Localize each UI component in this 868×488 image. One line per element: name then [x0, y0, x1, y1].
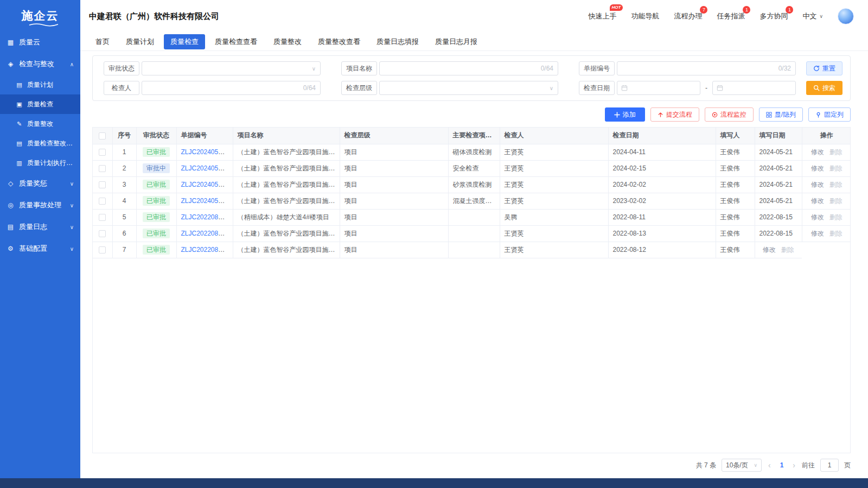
delete-link[interactable]: 删除: [829, 213, 843, 221]
delete-link[interactable]: 删除: [829, 197, 843, 205]
edit-link[interactable]: 修改: [811, 230, 824, 237]
fixed-columns-button[interactable]: 固定列: [808, 107, 851, 122]
sidebar-group-config[interactable]: ⚙ 基础配置 ∨: [0, 238, 80, 259]
nav-collaboration[interactable]: 多方协同 1: [760, 11, 788, 21]
edit-link[interactable]: 修改: [811, 148, 824, 156]
tab-quality-check[interactable]: 质量检查: [164, 34, 205, 49]
date-separator: -: [705, 84, 707, 92]
doc-link[interactable]: ZLJC2022080173: [181, 230, 233, 237]
doc-no-input[interactable]: 0/32: [617, 61, 796, 75]
status-badge: 已审批: [143, 180, 170, 189]
sidebar-item-quality-rectify[interactable]: ✎ 质量整改: [0, 114, 80, 134]
row-filler: 王俊伟: [716, 242, 755, 258]
prev-page-button[interactable]: ‹: [767, 461, 772, 470]
row-seq: 2: [112, 160, 136, 176]
doc-link[interactable]: ZLJC2024050446: [181, 148, 233, 156]
project-name-input[interactable]: 0/64: [379, 61, 558, 75]
current-page[interactable]: 1: [777, 461, 787, 469]
approval-status-select[interactable]: ∨: [142, 61, 321, 75]
row-ops: 修改删除: [802, 225, 851, 242]
tab-quality-plan[interactable]: 质量计划: [119, 34, 161, 49]
tab-quality-rectify[interactable]: 质量整改: [267, 34, 308, 49]
doc-link[interactable]: ZLJC2024050445: [181, 164, 233, 172]
language-selector[interactable]: 中文 ∨: [802, 11, 823, 21]
process-monitor-label: 流程监控: [720, 110, 746, 119]
nav-label: 快速上手: [588, 12, 616, 20]
delete-link[interactable]: 删除: [829, 148, 843, 156]
row-checkbox[interactable]: [99, 165, 106, 172]
nav-process-handling[interactable]: 流程办理 7: [674, 11, 702, 21]
edit-link[interactable]: 修改: [811, 164, 824, 172]
edit-link[interactable]: 修改: [811, 197, 824, 205]
sidebar-item-rectify-tracking[interactable]: ▤ 质量检查整改跟踪: [0, 134, 80, 153]
sidebar-group-label: 质量事故处理: [19, 200, 61, 210]
sidebar-item-quality-cloud[interactable]: ▦ 质量云: [0, 31, 80, 53]
date-start-input[interactable]: [617, 81, 700, 95]
page-size-select[interactable]: 10条/页 ∨: [722, 459, 762, 472]
sidebar-item-quality-check[interactable]: ▣ 质量检查: [0, 94, 80, 114]
row-seq: 5: [112, 209, 136, 225]
header-seq: 序号: [112, 128, 136, 144]
nav-quick-start[interactable]: 快速上手 HOT: [588, 11, 616, 21]
row-item: 安全检查: [448, 160, 500, 176]
tab-log-fill[interactable]: 质量日志填报: [370, 34, 425, 49]
edit-link[interactable]: 修改: [811, 213, 824, 221]
doc-link[interactable]: ZLJC2024050443: [181, 197, 233, 205]
checker-input[interactable]: 0/64: [142, 81, 321, 95]
next-page-button[interactable]: ›: [792, 461, 796, 470]
sidebar-group-inspection[interactable]: ◈ 检查与整改 ∧: [0, 53, 80, 75]
submit-process-button[interactable]: 提交流程: [650, 107, 699, 122]
doc-link[interactable]: ZLJC2024050444: [181, 181, 233, 188]
tab-quality-check-view[interactable]: 质量检查查看: [208, 34, 264, 49]
delete-link[interactable]: 删除: [829, 164, 843, 172]
nav-task-assign[interactable]: 任务指派 1: [717, 11, 745, 21]
delete-link[interactable]: 删除: [829, 230, 843, 237]
row-checkbox[interactable]: [99, 214, 106, 221]
check-level-select[interactable]: ∨: [379, 81, 558, 95]
table-toolbar: 添加 提交流程 流程监控 显/隐列 固定列: [92, 107, 851, 122]
avatar[interactable]: [838, 8, 854, 24]
row-checkbox-cell: [93, 176, 112, 193]
delete-link[interactable]: 删除: [781, 246, 794, 253]
reset-button[interactable]: 重置: [806, 61, 843, 75]
table-row: 5 已审批 ZLJC2022080174 （精细成本）雄楚大道4#楼项目 项目 …: [93, 209, 851, 225]
sidebar-group-accidents[interactable]: ◎ 质量事故处理 ∨: [0, 194, 80, 216]
bottom-bar: [0, 478, 868, 488]
process-monitor-button[interactable]: 流程监控: [705, 107, 754, 122]
edit-icon: ✎: [15, 121, 23, 128]
row-checkbox[interactable]: [99, 181, 106, 188]
delete-link[interactable]: 删除: [829, 181, 843, 188]
goto-page-input[interactable]: [820, 459, 839, 472]
row-checkbox-cell: [93, 225, 112, 242]
tab-quality-rectify-view[interactable]: 质量整改查看: [311, 34, 367, 49]
search-label: 搜索: [822, 84, 835, 93]
row-fill-date: 2024-05-21: [755, 193, 802, 209]
sidebar-item-label: 质量计划: [27, 80, 53, 90]
toggle-columns-button[interactable]: 显/隐列: [759, 107, 803, 122]
search-button[interactable]: 搜索: [806, 81, 843, 95]
edit-link[interactable]: 修改: [811, 181, 824, 188]
row-checkbox[interactable]: [99, 230, 106, 237]
date-end-input[interactable]: [712, 81, 796, 95]
sidebar-group-rewards[interactable]: ◇ 质量奖惩 ∨: [0, 173, 80, 194]
row-checkbox[interactable]: [99, 149, 106, 156]
header-level: 检查层级: [340, 128, 448, 144]
tab-home[interactable]: 首页: [89, 34, 116, 49]
total-count: 共 7 条: [696, 461, 716, 470]
select-all-checkbox[interactable]: [99, 132, 106, 140]
tab-log-monthly[interactable]: 质量日志月报: [429, 34, 484, 49]
add-button[interactable]: 添加: [605, 107, 645, 122]
sidebar-item-plan-tracking[interactable]: ▥ 质量计划执行跟踪: [0, 153, 80, 173]
row-checkbox[interactable]: [99, 246, 106, 253]
sidebar-group-logs[interactable]: ▤ 质量日志 ∨: [0, 216, 80, 238]
calendar-icon: [621, 85, 628, 91]
row-project: （土建）蓝色智谷产业园项目施工总承...: [233, 160, 340, 176]
doc-link[interactable]: ZLJC2022080174: [181, 213, 233, 221]
nav-feature-nav[interactable]: 功能导航: [631, 11, 659, 21]
row-checkbox[interactable]: [99, 198, 106, 205]
edit-link[interactable]: 修改: [763, 246, 776, 253]
doc-link[interactable]: ZLJC2022080172: [181, 246, 233, 253]
sidebar-item-quality-plan[interactable]: ▤ 质量计划: [0, 75, 80, 94]
row-fill-date: 2024-05-21: [755, 176, 802, 193]
row-ops: 修改删除: [802, 176, 851, 193]
